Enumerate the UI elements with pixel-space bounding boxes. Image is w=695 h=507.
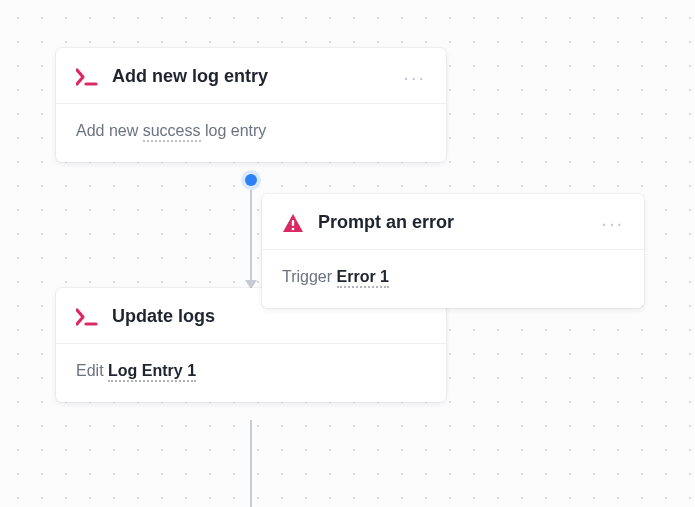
warning-triangle-icon: [282, 213, 304, 233]
connector-line-2: [250, 420, 252, 507]
node-body: Trigger Error 1: [262, 250, 644, 308]
body-text-highlight: success: [143, 122, 201, 142]
node-body: Add new success log entry: [56, 104, 446, 162]
node-menu-button[interactable]: ···: [401, 67, 428, 87]
body-text-highlight: Error 1: [337, 268, 389, 288]
node-title: Prompt an error: [318, 212, 599, 233]
node-title: Add new log entry: [112, 66, 401, 87]
svg-point-2: [292, 227, 295, 230]
node-menu-button[interactable]: ···: [599, 213, 626, 233]
terminal-icon: [76, 308, 98, 326]
node-header: Add new log entry ···: [56, 48, 446, 104]
svg-rect-1: [292, 220, 294, 226]
body-text-suffix: log entry: [201, 122, 267, 139]
node-header: Prompt an error ···: [262, 194, 644, 250]
connector-line-1: [250, 175, 252, 288]
branch-node-dot[interactable]: [241, 170, 261, 190]
terminal-icon: [76, 68, 98, 86]
body-text-prefix: Trigger: [282, 268, 337, 285]
body-text-prefix: Add new: [76, 122, 143, 139]
node-add-log-entry[interactable]: Add new log entry ··· Add new success lo…: [56, 48, 446, 162]
body-text-highlight: Log Entry 1: [108, 362, 196, 382]
node-prompt-error[interactable]: Prompt an error ··· Trigger Error 1: [262, 194, 644, 308]
body-text-prefix: Edit: [76, 362, 108, 379]
node-body: Edit Log Entry 1: [56, 344, 446, 402]
node-title: Update logs: [112, 306, 428, 327]
